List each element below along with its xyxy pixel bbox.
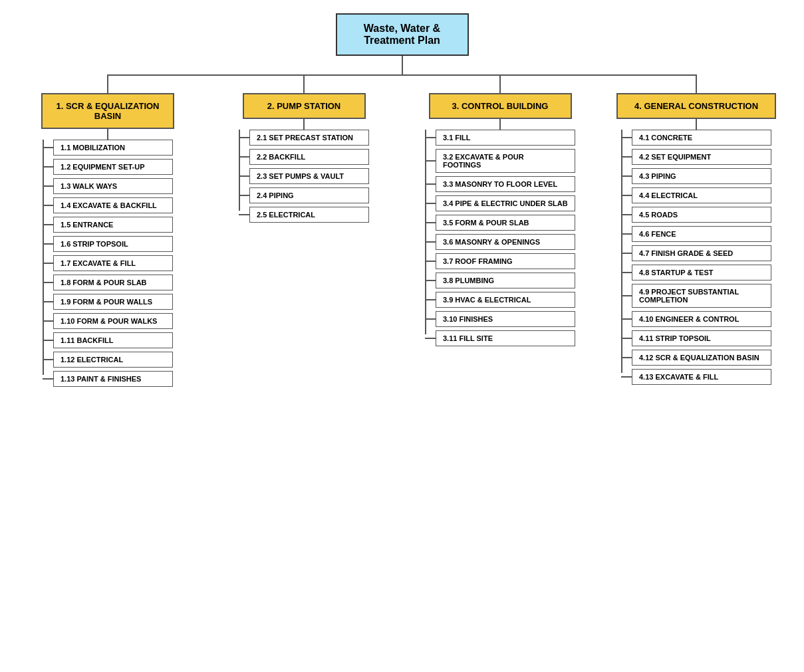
col3-vline-top bbox=[499, 74, 501, 93]
list-item: 4.13 EXCAVATE & FILL bbox=[621, 369, 771, 385]
item-box: 1.6 STRIP TOPSOIL bbox=[53, 236, 173, 252]
item-box: 3.9 HVAC & ELECTRICAL bbox=[436, 292, 575, 308]
item-box: 2.3 SET PUMPS & VAULT bbox=[249, 168, 369, 184]
col3-items: 3.1 FILL 3.2 EXCAVATE & POURFOOTINGS 3.3… bbox=[425, 130, 575, 346]
list-item: 1.11 BACKFILL bbox=[43, 332, 173, 348]
item-box: 3.3 MASONRY TO FLOOR LEVEL bbox=[436, 176, 575, 192]
h-tick bbox=[621, 318, 632, 320]
col1-header: 1. SCR & EQUALIZATIONBASIN bbox=[41, 93, 174, 129]
h-tick bbox=[425, 338, 436, 339]
h-tick bbox=[621, 338, 632, 339]
column-3: 3. CONTROL BUILDING 3.1 FILL 3.2 EXCAVAT… bbox=[402, 74, 599, 346]
root-title: Waste, Water &Treatment Plan bbox=[336, 13, 469, 56]
list-item: 1.4 EXCAVATE & BACKFILL bbox=[43, 197, 173, 213]
item-box: 1.3 WALK WAYS bbox=[53, 178, 173, 194]
list-item: 3.4 PIPE & ELECTRIC UNDER SLAB bbox=[425, 195, 575, 211]
column-1: 1. SCR & EQUALIZATIONBASIN 1.1 MOBILIZAT… bbox=[10, 74, 206, 387]
column-4: 4. GENERAL CONSTRUCTION 4.1 CONCRETE 4.2… bbox=[599, 74, 795, 385]
col1-spine bbox=[43, 140, 44, 375]
col4-header: 4. GENERAL CONSTRUCTION bbox=[616, 93, 776, 119]
h-tick bbox=[43, 243, 53, 245]
list-item: 3.7 ROOF FRAMING bbox=[425, 253, 575, 269]
h-tick bbox=[425, 261, 436, 262]
item-box: 1.5 ENTRANCE bbox=[53, 217, 173, 233]
list-item: 4.6 FENCE bbox=[621, 226, 771, 242]
item-box: 1.2 EQUIPMENT SET-UP bbox=[53, 159, 173, 175]
item-box: 3.6 MASONRY & OPENINGS bbox=[436, 234, 575, 250]
h-tick bbox=[425, 183, 436, 185]
col4-spine bbox=[621, 130, 622, 373]
list-item: 2.2 BACKFILL bbox=[239, 149, 369, 165]
col2-header: 2. PUMP STATION bbox=[243, 93, 366, 119]
h-tick bbox=[239, 214, 249, 215]
col2-vline-mid bbox=[303, 119, 305, 130]
list-item: 1.2 EQUIPMENT SET-UP bbox=[43, 159, 173, 175]
item-box: 4.7 FINISH GRADE & SEED bbox=[632, 245, 771, 261]
list-item: 4.1 CONCRETE bbox=[621, 130, 771, 146]
list-item: 3.10 FINISHES bbox=[425, 311, 575, 327]
list-item: 1.12 ELECTRICAL bbox=[43, 352, 173, 368]
col3-header: 3. CONTROL BUILDING bbox=[429, 93, 572, 119]
item-box: 2.2 BACKFILL bbox=[249, 149, 369, 165]
item-box: 2.4 PIPING bbox=[249, 187, 369, 203]
list-item: 3.8 PLUMBING bbox=[425, 273, 575, 288]
list-item: 3.11 FILL SITE bbox=[425, 330, 575, 346]
item-box: 3.7 ROOF FRAMING bbox=[436, 253, 575, 269]
col2-spine bbox=[239, 130, 240, 211]
h-connector-bar bbox=[107, 74, 697, 76]
item-box: 4.5 ROADS bbox=[632, 207, 771, 223]
h-tick bbox=[43, 320, 53, 322]
h-tick bbox=[239, 195, 249, 196]
h-tick bbox=[621, 214, 632, 215]
h-tick bbox=[621, 137, 632, 138]
item-box: 4.6 FENCE bbox=[632, 226, 771, 242]
h-tick bbox=[621, 156, 632, 158]
h-tick bbox=[43, 147, 53, 148]
item-box: 1.7 EXCAVATE & FILL bbox=[53, 255, 173, 271]
item-box: 2.5 ELECTRICAL bbox=[249, 207, 369, 223]
h-tick bbox=[621, 195, 632, 196]
list-item: 4.8 STARTUP & TEST bbox=[621, 265, 771, 280]
list-item: 4.12 SCR & EQUALIZATION BASIN bbox=[621, 350, 771, 366]
item-box: 2.1 SET PRECAST STATION bbox=[249, 130, 369, 146]
h-tick bbox=[621, 175, 632, 177]
list-item: 2.5 ELECTRICAL bbox=[239, 207, 369, 223]
diagram-container: Waste, Water &Treatment Plan 1. SCR & EQ… bbox=[0, 0, 804, 400]
h-tick bbox=[425, 318, 436, 320]
root-vline bbox=[402, 56, 403, 74]
item-box: 1.13 PAINT & FINISHES bbox=[53, 371, 173, 387]
item-box: 4.1 CONCRETE bbox=[632, 130, 771, 146]
list-item: 1.13 PAINT & FINISHES bbox=[43, 371, 173, 387]
item-box: 1.10 FORM & POUR WALKS bbox=[53, 313, 173, 329]
list-item: 1.10 FORM & POUR WALKS bbox=[43, 313, 173, 329]
list-item: 4.4 ELECTRICAL bbox=[621, 187, 771, 203]
h-tick bbox=[621, 295, 632, 296]
list-item: 4.7 FINISH GRADE & SEED bbox=[621, 245, 771, 261]
h-tick bbox=[621, 253, 632, 254]
list-item: 1.6 STRIP TOPSOIL bbox=[43, 236, 173, 252]
h-tick bbox=[43, 359, 53, 360]
list-item: 3.5 FORM & POUR SLAB bbox=[425, 215, 575, 231]
list-item: 3.6 MASONRY & OPENINGS bbox=[425, 234, 575, 250]
list-item: 4.2 SET EQUIPMENT bbox=[621, 149, 771, 165]
col2-items: 2.1 SET PRECAST STATION 2.2 BACKFILL 2.3… bbox=[239, 130, 369, 223]
h-tick bbox=[425, 160, 436, 162]
item-box: 3.5 FORM & POUR SLAB bbox=[436, 215, 575, 231]
item-box: 1.11 BACKFILL bbox=[53, 332, 173, 348]
list-item: 3.9 HVAC & ELECTRICAL bbox=[425, 292, 575, 308]
h-tick bbox=[425, 241, 436, 243]
col3-spine bbox=[425, 130, 426, 334]
item-box: 4.11 STRIP TOPSOIL bbox=[632, 330, 771, 346]
list-item: 3.1 FILL bbox=[425, 130, 575, 146]
item-box: 4.4 ELECTRICAL bbox=[632, 187, 771, 203]
root-title-text: Waste, Water &Treatment Plan bbox=[364, 23, 440, 46]
list-item: 3.2 EXCAVATE & POURFOOTINGS bbox=[425, 149, 575, 173]
list-item: 4.9 PROJECT SUBSTANTIALCOMPLETION bbox=[621, 284, 771, 308]
columns-wrapper: 1. SCR & EQUALIZATIONBASIN 1.1 MOBILIZAT… bbox=[10, 74, 795, 387]
item-box: 3.4 PIPE & ELECTRIC UNDER SLAB bbox=[436, 195, 575, 211]
list-item: 1.3 WALK WAYS bbox=[43, 178, 173, 194]
columns-row: 1. SCR & EQUALIZATIONBASIN 1.1 MOBILIZAT… bbox=[10, 74, 795, 387]
h-tick bbox=[43, 263, 53, 264]
h-tick bbox=[43, 282, 53, 283]
item-box: 3.1 FILL bbox=[436, 130, 575, 146]
